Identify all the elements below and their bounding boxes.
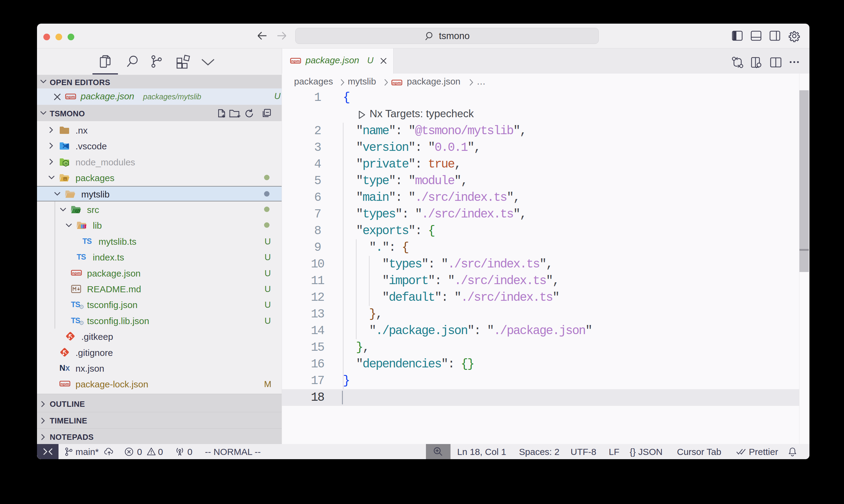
svg-text:JS: JS <box>64 162 67 165</box>
